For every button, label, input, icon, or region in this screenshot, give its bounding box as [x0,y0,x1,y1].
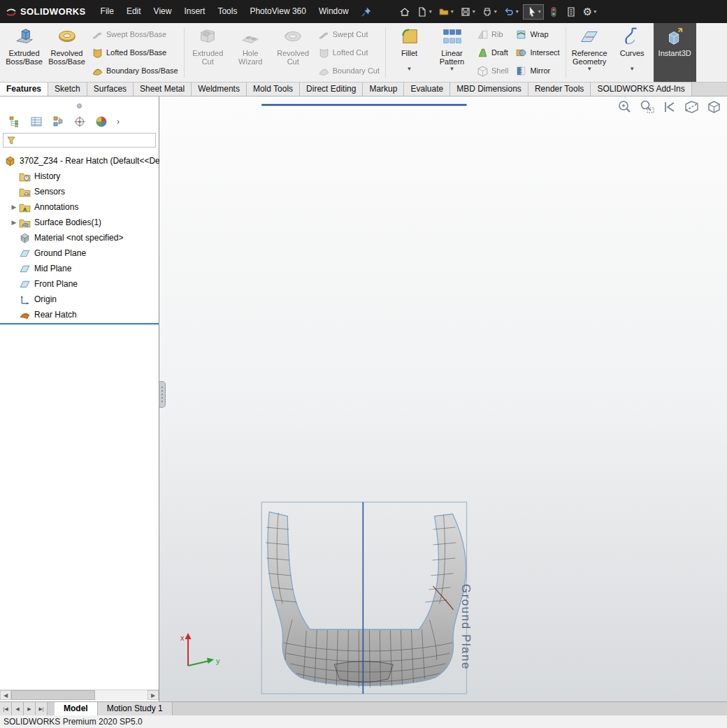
tab-markup[interactable]: Markup [363,83,404,96]
tree-item-origin[interactable]: Origin [0,292,159,307]
save-button[interactable]: ▾ [458,5,477,19]
scroll-left-arrow-icon[interactable]: ◀ [0,690,11,700]
zoom-to-area-button[interactable] [638,99,656,115]
displaymanager-tab-icon[interactable] [95,115,108,128]
dropdown-caret-icon[interactable]: ▾ [473,8,475,15]
menu-photoview360[interactable]: PhotoView 360 [243,0,312,23]
lofted-boss-base-button[interactable]: Lofted Boss/Base [88,43,182,62]
tree-item-surface-bodies[interactable]: ▶ Surface Bodies(1) [0,215,159,230]
tab-mbd-dimensions[interactable]: MBD Dimensions [450,83,528,96]
menu-pin-icon[interactable] [361,6,372,17]
extruded-cut-button[interactable]: ExtrudedCut [187,23,229,82]
print-button[interactable]: ▾ [480,5,499,19]
file-properties-button[interactable] [563,5,579,19]
curves-button[interactable]: Curves ▼ [611,23,654,82]
options-button[interactable]: ⚙ ▾ [581,5,598,19]
new-document-button[interactable]: ▾ [415,5,434,19]
motion-study-tab[interactable]: Motion Study 1 [97,702,173,715]
swept-cut-button[interactable]: Swept Cut [315,25,383,43]
tree-item-part-root[interactable]: 370Z_Z34 - Rear Hatch (Default<<Def [0,153,159,169]
rib-button[interactable]: Rib [473,25,512,43]
rebuild-button[interactable] [546,5,561,19]
revolved-boss-base-button[interactable]: RevolvedBoss/Base [45,23,88,82]
hole-wizard-button[interactable]: HoleWizard [229,23,272,82]
panel-tabs-expand-chevron-icon[interactable]: › [117,115,125,128]
tab-features[interactable]: Features [0,83,48,96]
instant3d-button[interactable]: Instant3D [654,23,696,82]
tree-item-annotations[interactable]: ▶ A Annotations [0,199,159,215]
tree-filter-input[interactable] [3,133,156,148]
configurationmanager-tab-icon[interactable] [52,115,64,128]
graphics-area[interactable]: Ground Plane x y [159,97,727,701]
fillet-dropdown-arrow-icon[interactable]: ▼ [407,66,412,72]
rollback-bar[interactable] [0,323,159,324]
reference-geometry-button[interactable]: ReferenceGeometry ▼ [568,23,611,82]
dropdown-caret-icon[interactable]: ▾ [494,8,497,15]
scrollbar-track[interactable] [95,690,147,700]
tab-render-tools[interactable]: Render Tools [528,83,591,96]
view-orientation-button[interactable] [705,99,723,115]
menu-window[interactable]: Window [312,0,355,23]
dimxpertmanager-tab-icon[interactable] [73,115,86,128]
boundary-cut-button[interactable]: Boundary Cut [315,62,383,80]
expand-arrow-icon[interactable]: ▶ [9,204,19,210]
last-study-button[interactable]: ▶| [36,702,48,715]
menu-file[interactable]: File [94,0,120,23]
expand-arrow-icon[interactable]: ▶ [9,219,19,226]
scrollbar-thumb[interactable] [11,690,95,700]
tab-surfaces[interactable]: Surfaces [87,83,134,96]
dropdown-caret-icon[interactable]: ▾ [538,8,541,15]
swept-boss-base-button[interactable]: Swept Boss/Base [88,25,182,43]
next-study-button[interactable]: ▶ [24,702,36,715]
tree-item-ground-plane[interactable]: Ground Plane [0,245,159,261]
zoom-to-fit-button[interactable] [616,99,633,115]
linear-pattern-dropdown-arrow-icon[interactable]: ▼ [449,66,455,72]
panel-horizontal-scrollbar[interactable]: ◀ ▶ [0,690,159,700]
undo-button[interactable]: ▾ [501,5,521,19]
tab-sketch[interactable]: Sketch [48,83,87,96]
curves-dropdown-arrow-icon[interactable]: ▼ [629,66,635,72]
fillet-button[interactable]: Fillet ▼ [388,23,431,82]
boundary-boss-base-button[interactable]: Boundary Boss/Base [88,62,182,80]
previous-study-button[interactable]: ◀ [12,702,24,715]
menu-tools[interactable]: Tools [211,0,243,23]
panel-collapse-handle[interactable] [159,381,166,408]
tree-item-sensors[interactable]: Sensors [0,184,159,199]
draft-button[interactable]: Draft [473,43,512,62]
tree-item-front-plane[interactable]: Front Plane [0,276,159,292]
dropdown-caret-icon[interactable]: ▾ [593,8,596,15]
open-button[interactable]: ▾ [436,5,456,19]
extruded-boss-base-button[interactable]: ExtrudedBoss/Base [3,23,45,82]
section-view-button[interactable] [683,99,700,115]
first-study-button[interactable]: |◀ [0,702,12,715]
menu-view[interactable]: View [147,0,178,23]
revolved-cut-button[interactable]: RevolvedCut [272,23,315,82]
tab-weldments[interactable]: Weldments [192,83,247,96]
tab-solidworks-addins[interactable]: SOLIDWORKS Add-Ins [591,83,691,96]
select-tool-button[interactable]: ▾ [523,4,544,20]
wrap-button[interactable]: Wrap [512,25,563,43]
lofted-cut-button[interactable]: Lofted Cut [315,43,383,62]
propertymanager-tab-icon[interactable] [30,115,43,128]
dropdown-caret-icon[interactable]: ▾ [451,8,454,15]
scroll-right-arrow-icon[interactable]: ▶ [147,690,159,700]
tab-evaluate[interactable]: Evaluate [404,83,450,96]
dropdown-caret-icon[interactable]: ▾ [429,8,432,15]
tab-mold-tools[interactable]: Mold Tools [247,83,300,96]
reference-geometry-dropdown-arrow-icon[interactable]: ▼ [586,66,592,72]
shell-button[interactable]: Shell [473,62,512,80]
tree-item-mid-plane[interactable]: Mid Plane [0,261,159,276]
dropdown-caret-icon[interactable]: ▾ [516,8,519,15]
panel-resize-handle[interactable] [77,104,82,108]
model-tab[interactable]: Model [55,702,97,715]
menu-edit[interactable]: Edit [120,0,147,23]
tree-item-history[interactable]: History [0,169,159,184]
intersect-button[interactable]: Intersect [512,43,563,62]
home-button[interactable] [397,5,412,19]
mirror-button[interactable]: Mirror [512,62,563,80]
tab-sheet-metal[interactable]: Sheet Metal [134,83,192,96]
tab-direct-editing[interactable]: Direct Editing [300,83,363,96]
tree-item-rear-hatch[interactable]: Rear Hatch [0,307,159,322]
linear-pattern-button[interactable]: LinearPattern ▼ [431,23,473,82]
ground-plane-label[interactable]: Ground Plane [459,584,473,670]
